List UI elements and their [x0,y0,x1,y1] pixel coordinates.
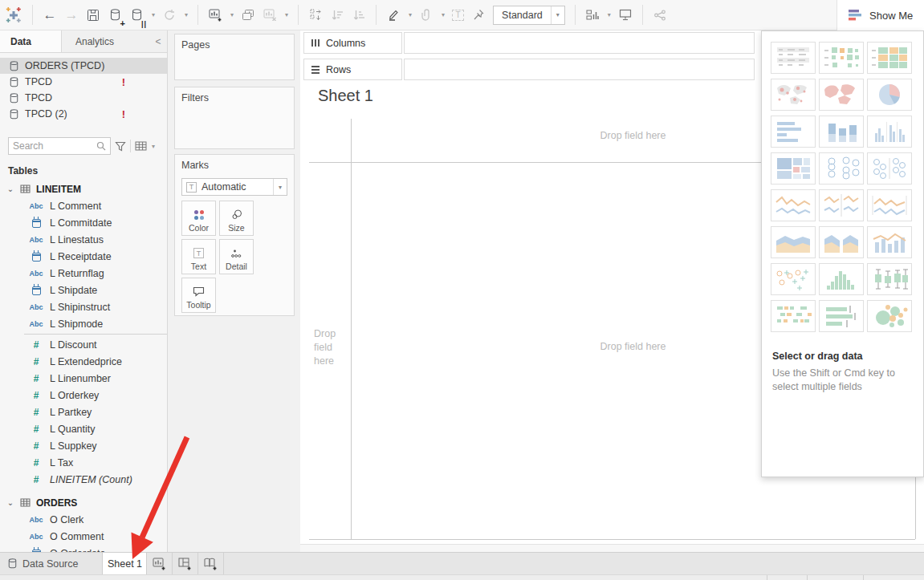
rows-shelf[interactable] [404,59,755,80]
add-data-source-button[interactable]: + [108,4,122,26]
tooltip-button[interactable]: Tooltip [181,278,216,313]
field-l-linestatus[interactable]: AbcL Linestatus [0,231,167,248]
field-l-extendedprice[interactable]: #L Extendedprice [0,353,167,370]
detail-button[interactable]: Detail [219,239,254,274]
showme-dual-combination-thumbnail[interactable] [867,226,912,258]
drop-zone-rows[interactable]: Drop field here [314,327,348,368]
share-workbook-button[interactable] [653,4,667,26]
clear-sheet-button[interactable] [263,4,277,26]
showme-horizontal-bars-thumbnail[interactable] [771,116,816,148]
showme-circle-views-thumbnail[interactable] [819,152,864,185]
field-l-discount[interactable]: #L Discount [0,336,167,353]
search-input[interactable] [13,140,96,152]
field-l-suppkey[interactable]: #L Suppkey [0,437,167,454]
field-l-comment[interactable]: AbcL Comment [0,197,167,214]
datasource-item[interactable]: TPCD (2) ! [0,106,167,122]
showme-heat-map-thumbnail[interactable] [819,42,864,74]
showme-continuous-area-thumbnail[interactable] [771,226,816,258]
field-l-shipinstruct[interactable]: AbcL Shipinstruct [0,298,167,315]
undo-button[interactable]: ← [43,4,57,26]
refresh-data-source-button[interactable] [162,4,177,26]
sort-ascending-button[interactable] [330,4,344,26]
text-button[interactable]: T Text [181,239,216,274]
pause-auto-updates-button[interactable]: || [129,4,144,26]
duplicate-sheet-button[interactable] [241,4,255,26]
showme-gantt-thumbnail[interactable] [771,300,816,332]
field-l-commitdate[interactable]: L Commitdate [0,214,167,231]
field-l-linenumber[interactable]: #L Linenumber [0,370,167,387]
search-box[interactable] [8,137,111,155]
new-sheet-caret[interactable]: ▾ [230,11,234,18]
showme-bullet-graph-thumbnail[interactable] [819,300,864,332]
color-button[interactable]: Color [181,201,216,236]
new-story-tab-button[interactable] [198,553,224,574]
showme-stacked-bars-thumbnail[interactable] [819,116,864,148]
showme-box-and-whisker-thumbnail[interactable] [867,263,912,295]
datasource-item[interactable]: TPCD [0,90,167,106]
pause-updates-caret[interactable]: ▾ [152,11,155,18]
datasource-item[interactable]: TPCD ! [0,74,167,90]
mark-type-dropdown[interactable]: T Automatic ▾ [181,178,287,196]
tab-analytics[interactable]: Analytics [62,30,149,52]
presentation-mode-button[interactable] [618,4,633,26]
fit-selector-caret[interactable]: ▾ [551,6,564,24]
showme-pie-chart-thumbnail[interactable] [867,79,912,111]
showme-side-by-side-bars-thumbnail[interactable] [867,116,912,148]
field-l-returnflag[interactable]: AbcL Returnflag [0,265,167,282]
swap-rows-columns-button[interactable] [308,4,323,26]
fix-axes-button[interactable] [471,4,486,26]
field-l-receiptdate[interactable]: L Receiptdate [0,248,167,265]
field-l-tax[interactable]: #L Tax [0,454,167,471]
filter-fields-button[interactable] [115,141,126,152]
chevron-down-icon[interactable]: ⌄ [6,185,14,193]
field-l-shipdate[interactable]: L Shipdate [0,282,167,298]
datasource-item[interactable]: ORDERS (TPCD) [0,58,167,74]
sort-descending-button[interactable] [352,4,366,26]
fit-selector[interactable]: Standard ▾ [493,6,565,25]
show-hide-cards-caret[interactable]: ▾ [608,11,611,18]
showme-discrete-lines-thumbnail[interactable] [819,189,864,221]
showme-packed-bubbles-thumbnail[interactable] [867,300,912,332]
chevron-down-icon[interactable]: ⌄ [6,498,14,507]
field-l-orderkey[interactable]: #L Orderkey [0,387,167,404]
data-source-tab[interactable]: Data Source [0,553,91,574]
table-orders[interactable]: ⌄ ORDERS [0,494,167,511]
tableau-logo-icon[interactable] [5,4,22,26]
save-button[interactable] [86,4,100,26]
showme-dual-lines-thumbnail[interactable] [867,189,912,221]
new-dashboard-tab-button[interactable] [173,553,198,574]
collapse-pane-button[interactable]: < [149,30,167,52]
mark-type-caret[interactable]: ▾ [273,179,287,195]
showme-highlight-table-thumbnail[interactable] [867,42,912,74]
field-lineitem-count[interactable]: #LINEITEM (Count) [0,471,167,488]
pages-shelf[interactable]: Pages [174,34,295,80]
field-l-shipmode[interactable]: AbcL Shipmode [0,315,167,332]
showme-text-table-thumbnail[interactable] [771,42,816,74]
highlight-caret[interactable]: ▾ [409,11,412,18]
field-o-clerk[interactable]: AbcO Clerk [0,511,167,528]
horizontal-scroll-area[interactable] [300,544,924,552]
new-worksheet-button[interactable] [208,4,222,26]
highlight-button[interactable] [386,4,401,26]
grid-view-caret[interactable]: ▾ [152,143,155,150]
showme-scatter-plot-thumbnail[interactable] [771,263,816,295]
redo-button[interactable]: → [64,4,79,26]
new-worksheet-tab-button[interactable] [147,553,173,574]
showme-filled-map-thumbnail[interactable] [819,79,864,111]
showme-continuous-lines-thumbnail[interactable] [771,189,816,221]
showme-discrete-area-thumbnail[interactable] [819,226,864,258]
table-lineitem[interactable]: ⌄ LINEITEM [0,180,167,197]
filters-shelf[interactable]: Filters [174,87,295,149]
group-members-button[interactable] [419,4,434,26]
field-l-partkey[interactable]: #L Partkey [0,404,167,420]
clear-sheet-caret[interactable]: ▾ [285,11,288,18]
field-l-quantity[interactable]: #L Quantity [0,420,167,437]
tab-data[interactable]: Data [0,30,62,52]
show-me-button[interactable]: Show Me [836,0,924,30]
group-caret[interactable]: ▾ [442,11,445,18]
refresh-caret[interactable]: ▾ [185,11,188,18]
sheet1-tab[interactable]: Sheet 1 [102,553,147,574]
showme-histogram-thumbnail[interactable] [819,263,864,295]
showme-side-by-side-circles-thumbnail[interactable] [867,152,912,185]
view-data-grid-button[interactable] [135,141,147,151]
